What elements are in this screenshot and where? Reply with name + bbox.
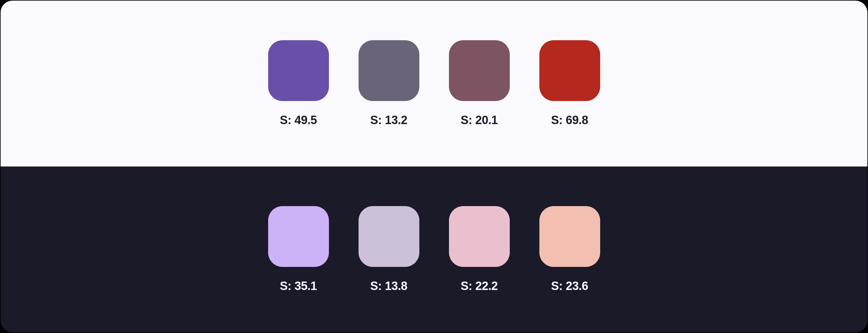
saturation-label: S: 22.2 xyxy=(461,279,498,293)
color-swatch xyxy=(268,206,329,267)
saturation-label: S: 20.1 xyxy=(461,114,498,127)
dark-swatch-row: S: 35.1 S: 13.8 S: 22.2 S: 23.6 xyxy=(268,206,600,293)
swatch-item: S: 13.8 xyxy=(359,206,420,293)
saturation-label: S: 13.2 xyxy=(370,114,407,127)
color-swatch xyxy=(449,40,510,101)
color-swatch xyxy=(539,40,600,101)
saturation-label: S: 49.5 xyxy=(280,114,317,127)
swatch-item: S: 35.1 xyxy=(268,206,329,293)
color-swatch xyxy=(449,206,510,267)
color-swatch xyxy=(359,40,420,101)
swatch-item: S: 20.1 xyxy=(449,40,510,127)
swatch-item: S: 69.8 xyxy=(539,40,600,127)
dark-panel: S: 35.1 S: 13.8 S: 22.2 S: 23.6 xyxy=(1,166,867,332)
swatch-item: S: 22.2 xyxy=(449,206,510,293)
saturation-label: S: 13.8 xyxy=(370,279,407,293)
swatch-item: S: 13.2 xyxy=(359,40,420,127)
color-swatch xyxy=(359,206,420,267)
light-panel: S: 49.5 S: 13.2 S: 20.1 S: 69.8 xyxy=(1,1,867,166)
swatch-item: S: 23.6 xyxy=(539,206,600,293)
saturation-label: S: 69.8 xyxy=(551,114,588,127)
color-comparison-frame: S: 49.5 S: 13.2 S: 20.1 S: 69.8 S: 35.1 xyxy=(0,0,868,333)
color-swatch xyxy=(268,40,329,101)
color-swatch xyxy=(539,206,600,267)
saturation-label: S: 35.1 xyxy=(280,279,317,293)
saturation-label: S: 23.6 xyxy=(551,279,588,293)
light-swatch-row: S: 49.5 S: 13.2 S: 20.1 S: 69.8 xyxy=(268,40,600,127)
swatch-item: S: 49.5 xyxy=(268,40,329,127)
